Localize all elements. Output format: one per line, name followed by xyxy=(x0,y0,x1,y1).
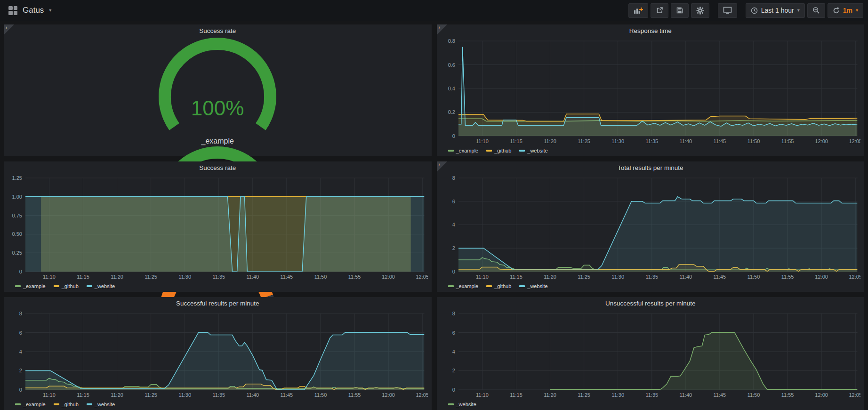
panel-info-corner[interactable]: i xyxy=(437,161,447,172)
chart-canvas[interactable]: 0246811:1011:1511:2011:2511:3011:3511:40… xyxy=(8,309,428,400)
legend-swatch xyxy=(15,285,21,287)
legend-item-_website[interactable]: _website xyxy=(519,148,547,153)
svg-text:11:35: 11:35 xyxy=(645,138,658,144)
bar-chart-plus-icon xyxy=(634,7,643,14)
legend-item-_example[interactable]: _example xyxy=(15,283,46,289)
svg-text:11:20: 11:20 xyxy=(111,392,123,398)
legend-item-_website[interactable]: _website xyxy=(448,402,476,407)
monitor-icon xyxy=(723,7,732,14)
legend-label: _github xyxy=(494,148,511,153)
svg-text:1.25: 1.25 xyxy=(12,175,22,181)
grafana-logo-grid-icon[interactable] xyxy=(8,6,17,15)
legend-item-_github[interactable]: _github xyxy=(54,283,79,289)
legend-item-_website[interactable]: _website xyxy=(87,402,115,407)
refresh-interval-label: 1m xyxy=(843,7,852,14)
svg-text:11:40: 11:40 xyxy=(246,274,259,280)
svg-text:11:35: 11:35 xyxy=(212,392,225,398)
save-dashboard-button[interactable] xyxy=(671,3,689,18)
legend-item-_example[interactable]: _example xyxy=(15,402,46,407)
panel-title: Total results per minute xyxy=(618,164,683,171)
time-range-label: Last 1 hour xyxy=(761,7,794,14)
panel-header[interactable]: Success rate xyxy=(4,24,432,37)
panel-header[interactable]: Success rate xyxy=(4,161,432,174)
legend-swatch xyxy=(448,403,454,405)
legend-item-_github[interactable]: _github xyxy=(486,283,511,289)
legend-item-_website[interactable]: _website xyxy=(519,283,547,289)
svg-text:11:10: 11:10 xyxy=(43,274,56,280)
svg-text:11:20: 11:20 xyxy=(544,392,556,398)
svg-text:12:00: 12:00 xyxy=(815,138,828,144)
chart-legend: _example_github_website xyxy=(8,281,428,290)
svg-text:12:05: 12:05 xyxy=(416,274,427,280)
time-range-picker-button[interactable]: Last 1 hour ▾ xyxy=(746,3,805,18)
svg-text:0.4: 0.4 xyxy=(448,86,455,91)
svg-text:11:50: 11:50 xyxy=(747,274,760,280)
panel-title: Unsuccessful results per minute xyxy=(605,300,695,307)
svg-text:11:55: 11:55 xyxy=(781,138,794,144)
panel-header[interactable]: Successful results per minute xyxy=(4,297,432,309)
legend-label: _website xyxy=(527,148,547,153)
panel-info-corner[interactable]: i xyxy=(437,24,447,35)
add-panel-button[interactable] xyxy=(628,3,648,18)
panel-response-time: i Response time 00.20.40.60.811:1011:151… xyxy=(437,24,865,156)
dashboard-settings-button[interactable] xyxy=(691,3,709,18)
gauge-value: 100% xyxy=(191,96,244,120)
svg-text:11:20: 11:20 xyxy=(111,274,123,280)
svg-text:8: 8 xyxy=(452,311,455,316)
legend-label: _website xyxy=(95,402,115,407)
magnifier-minus-icon xyxy=(812,7,820,14)
svg-text:0.6: 0.6 xyxy=(448,62,455,68)
svg-text:12:00: 12:00 xyxy=(382,274,394,280)
svg-text:0: 0 xyxy=(19,269,22,274)
legend-item-_example[interactable]: _example xyxy=(448,148,479,153)
refresh-picker-button[interactable]: 1m ▾ xyxy=(828,3,863,18)
legend-label: _example xyxy=(23,402,46,407)
svg-text:0.25: 0.25 xyxy=(12,250,22,256)
panel-info-corner[interactable]: i xyxy=(4,24,14,35)
legend-item-_example[interactable]: _example xyxy=(448,283,479,289)
panel-unsuccessful-results: Unsuccessful results per minute 0246811:… xyxy=(437,297,865,410)
dashboard-title-caret-icon[interactable]: ▾ xyxy=(49,8,51,13)
panel-success-rate-graph: Success rate 00.250.500.751.001.2511:101… xyxy=(4,161,432,292)
chart-body: 00.250.500.751.001.2511:1011:1511:2011:2… xyxy=(4,174,432,292)
panel-title: Response time xyxy=(629,27,672,34)
svg-text:11:55: 11:55 xyxy=(781,392,794,398)
legend-label: _github xyxy=(62,402,79,407)
svg-text:11:55: 11:55 xyxy=(781,274,794,280)
svg-text:11:50: 11:50 xyxy=(314,392,327,398)
chart-canvas[interactable]: 00.20.40.60.811:1011:1511:2011:2511:3011… xyxy=(441,37,861,146)
legend-swatch xyxy=(486,285,492,287)
svg-text:11:50: 11:50 xyxy=(747,392,760,398)
svg-text:12:00: 12:00 xyxy=(815,274,828,280)
svg-text:12:05: 12:05 xyxy=(416,392,427,398)
svg-text:11:10: 11:10 xyxy=(43,392,56,398)
panel-header[interactable]: Response time xyxy=(437,24,865,37)
share-dashboard-button[interactable] xyxy=(651,3,668,18)
svg-text:11:15: 11:15 xyxy=(510,138,522,144)
legend-item-_website[interactable]: _website xyxy=(87,283,115,289)
legend-swatch xyxy=(448,285,454,287)
dashboard-title[interactable]: Gatus xyxy=(23,6,44,15)
svg-text:11:30: 11:30 xyxy=(611,138,624,144)
panel-header[interactable]: Unsuccessful results per minute xyxy=(437,297,865,309)
panel-header[interactable]: Total results per minute xyxy=(437,161,865,174)
legend-label: _example xyxy=(456,148,479,153)
svg-text:2: 2 xyxy=(452,245,455,251)
chart-body: 0246811:1011:1511:2011:2511:3011:3511:40… xyxy=(4,309,432,410)
chart-canvas[interactable]: 0246811:1011:1511:2011:2511:3011:3511:40… xyxy=(441,174,861,281)
cycle-view-mode-button[interactable] xyxy=(718,3,737,18)
svg-text:11:50: 11:50 xyxy=(314,274,327,280)
svg-text:11:25: 11:25 xyxy=(145,274,157,280)
zoom-out-time-button[interactable] xyxy=(807,3,825,18)
time-range-caret-icon: ▾ xyxy=(797,8,800,13)
chart-canvas[interactable]: 0246811:1011:1511:2011:2511:3011:3511:40… xyxy=(441,309,861,400)
legend-item-_github[interactable]: _github xyxy=(486,148,511,153)
svg-text:1.00: 1.00 xyxy=(12,194,22,200)
svg-text:11:45: 11:45 xyxy=(713,392,726,398)
chart-canvas[interactable]: 00.250.500.751.001.2511:1011:1511:2011:2… xyxy=(8,174,428,281)
svg-text:11:25: 11:25 xyxy=(578,138,590,144)
legend-item-_github[interactable]: _github xyxy=(54,402,79,407)
svg-text:4: 4 xyxy=(452,349,455,354)
legend-label: _website xyxy=(527,283,547,289)
svg-text:2: 2 xyxy=(19,368,22,373)
